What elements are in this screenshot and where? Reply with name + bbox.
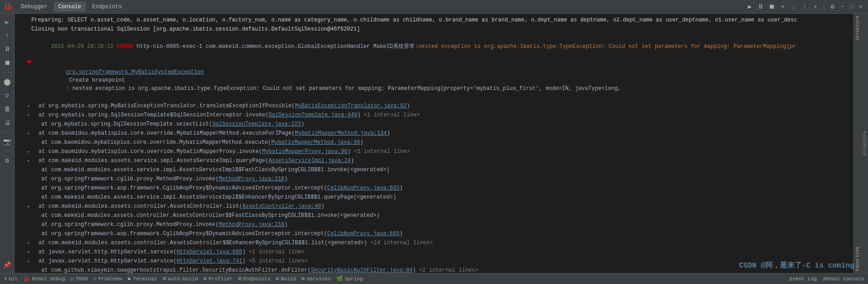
sidebar-stop-icon[interactable]: ⏹ [1,57,14,69]
maximize-icon[interactable]: □ [848,3,855,11]
endpoints-label: Endpoints [243,276,270,282]
minimize-icon[interactable]: − [839,3,846,11]
sidebar-run-icon[interactable]: ▶ [1,16,14,28]
rebel-debug-label: Rebel Debug [32,276,65,282]
endpoints-icon: ⚙ [238,275,241,282]
stop-icon[interactable]: ⏹ [767,2,776,11]
log-line: Closing non transactional SqlSession [or… [18,25,850,34]
log-line: ▸ at javax.servlet.http.HttpServlet.serv… [27,247,850,257]
status-right: Event Log JRebel Console [790,276,864,282]
status-bar: ⬆ Git 🐞 Rebel Debug ☑ TODO ⚠ Problems ▶ … [0,273,868,284]
log-line-error: 2022-04-29 20:18:22 ERROR http-nio-8085-… [18,34,850,59]
spring-icon: 🌿 [336,275,343,282]
top-toolbar: 🐞 Debugger Console Endpoints ▶ ⏸ ⏹ ↷ ↓ ↑… [0,0,868,14]
settings-icon[interactable]: ⚙ [828,2,837,11]
step-into-icon[interactable]: ↓ [789,2,798,11]
log-line: ▸ at org.mybatis.spring.SqlSessionTempla… [27,110,850,120]
terminal-icon: ▶ [128,275,131,282]
log-line: ▸ at com.baomidou.mybatisplus.core.overr… [27,129,850,138]
event-log-label: Event Log [790,276,816,282]
problems-label: Problems [99,276,123,282]
left-sidebar: ▶ ↑ ⏸ ⏹ ⬤ ▽ 🗑 🖨 📷 ⚙ 📌 [0,14,15,273]
log-line: ▸ at javax.servlet.http.HttpServlet.serv… [27,257,850,266]
status-spring[interactable]: 🌿 Spring [336,275,363,282]
status-services[interactable]: ⚙ Services [302,275,331,282]
log-line: Preparing: SELECT o.asset_code, o.asset_… [18,16,850,25]
build-icon: ⚙ [276,275,279,282]
log-line: at org.mybatis.spring.SqlSessionTemplate… [27,120,850,129]
sidebar-pin-icon[interactable]: 📌 [1,258,14,271]
services-label: Services [307,276,331,282]
profiler-icon: ⚙ [204,275,207,282]
tab-endpoints[interactable]: Endpoints [88,2,126,12]
step-over-icon[interactable]: ↷ [778,2,787,11]
log-line: at com.makeid.modules.assets.service.imp… [27,193,850,202]
favorites-label[interactable]: Favorites [855,245,860,273]
log-line: ▸ at com.baomidou.mybatisplus.core.overr… [27,147,850,156]
app-icon: 🐞 [4,2,13,11]
jrebel-console-label: JRebel Console [822,276,864,282]
structure-panel: Structure [862,14,868,273]
log-line-exception: org.springframework.MyBatisSystemExcepti… [27,59,850,101]
terminal-label: Terminal [133,276,157,282]
structure-side-label: Structure [863,131,868,156]
status-jrebel-console[interactable]: JRebel Console [822,276,864,282]
sidebar-breakpoint-icon[interactable]: ⬤ [1,75,14,88]
build-label: Build [281,276,296,282]
status-terminal[interactable]: ▶ Terminal [128,275,157,282]
git-label: Git [9,276,18,282]
autobuild-label: Auto-build [168,276,198,282]
structure-label[interactable]: Structure [855,14,860,42]
log-line: at com.makeid.modules.assets.controller.… [27,211,850,220]
status-event-log[interactable]: Event Log [790,276,816,282]
evaluate-icon[interactable]: ⚡ [811,2,820,11]
log-line: at org.springframework.aop.framework.Cgl… [27,229,850,238]
resume-icon[interactable]: ▶ [745,2,754,11]
problems-icon: ⚠ [93,275,96,282]
sidebar-camera-icon[interactable]: 📷 [1,135,14,148]
status-todo[interactable]: ☑ TODO [71,275,88,282]
todo-icon: ☑ [71,275,74,282]
rebel-debug-icon: 🐞 [23,275,30,282]
sidebar-settings2-icon[interactable]: ⚙ [1,154,14,167]
sidebar-clear-icon[interactable]: 🗑 [1,103,14,116]
log-line: at org.springframework.aop.framework.Cgl… [27,184,850,193]
todo-label: TODO [76,276,88,282]
log-line: at com.makeid.modules.assets.service.imp… [27,165,850,174]
status-build[interactable]: ⚙ Build [276,275,296,282]
right-panel: Structure Favorites [853,14,862,273]
breakpoint-dot [27,60,31,63]
services-icon: ⚙ [302,275,305,282]
status-endpoints[interactable]: ⚙ Endpoints [238,275,271,282]
spring-label: Spring [345,276,363,282]
status-profiler[interactable]: ⚙ Profiler [204,275,233,282]
watermark: CSDN @阿，葱来了-C is coming [739,261,854,270]
step-out-icon[interactable]: ↑ [800,2,809,11]
autobuild-icon: ⚙ [162,275,166,282]
profiler-label: Profiler [209,276,233,282]
log-line: at org.springframework.cglib.proxy.Metho… [27,220,850,229]
console-content[interactable]: Preparing: SELECT o.asset_code, o.asset_… [15,14,853,273]
status-autobuild[interactable]: ⚙ Auto-build [162,275,198,282]
tab-console[interactable]: Console [54,2,86,12]
main-layout: ▶ ↑ ⏸ ⏹ ⬤ ▽ 🗑 🖨 📷 ⚙ 📌 Preparing: SELECT … [0,14,868,273]
sidebar-print-icon[interactable]: 🖨 [1,116,14,129]
log-line: at com.github.xiaoymin.swaggerbootstrapu… [27,266,850,273]
tab-debugger[interactable]: Debugger [16,2,52,12]
log-line: at org.springframework.cglib.proxy.Metho… [27,174,850,184]
status-rebel-debug[interactable]: 🐞 Rebel Debug [23,275,65,282]
close-icon[interactable]: ✕ [857,3,864,11]
pause-icon[interactable]: ⏸ [756,2,765,11]
log-line: at com.baomidou.mybatisplus.core.overrid… [27,138,850,147]
sidebar-filter-icon[interactable]: ▽ [1,89,14,102]
log-line: ▸ at com.makeid.modules.assets.controlle… [27,202,850,211]
console-area: Preparing: SELECT o.asset_code, o.asset_… [15,14,853,273]
status-git[interactable]: ⬆ Git [4,275,18,282]
git-icon: ⬆ [4,275,7,282]
log-line: ▸ at com.makeid.modules.assets.service.i… [27,156,850,165]
log-line: ▸ at org.mybatis.spring.MyBatisException… [27,101,850,110]
status-problems[interactable]: ⚠ Problems [93,275,122,282]
sidebar-up-icon[interactable]: ↑ [1,29,14,42]
log-line: ▸ at com.makeid.modules.assets.controlle… [27,238,850,247]
sidebar-pause-icon[interactable]: ⏸ [1,43,14,56]
